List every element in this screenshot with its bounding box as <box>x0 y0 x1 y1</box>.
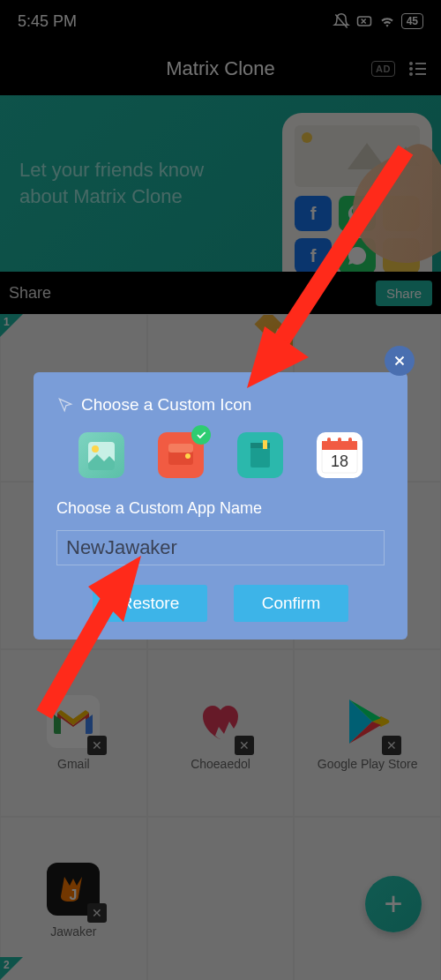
cursor-icon <box>56 396 74 414</box>
selected-check-icon <box>191 425 211 445</box>
wallet-icon <box>166 440 196 470</box>
svg-rect-18 <box>327 438 331 445</box>
icon-option-calendar[interactable]: 18 <box>317 432 363 478</box>
svg-line-21 <box>273 150 406 353</box>
svg-rect-19 <box>338 438 341 445</box>
notebook-icon <box>245 440 275 470</box>
svg-rect-11 <box>168 444 193 453</box>
svg-rect-20 <box>348 438 352 445</box>
icon-option-wallet[interactable] <box>158 432 204 478</box>
modal-subtitle: Choose a Custom App Name <box>56 499 385 518</box>
svg-rect-15 <box>263 440 267 449</box>
icon-option-notebook[interactable] <box>237 432 283 478</box>
icon-option-gallery[interactable] <box>78 432 124 478</box>
confirm-button[interactable]: Confirm <box>234 585 348 622</box>
calendar-day: 18 <box>331 453 348 471</box>
svg-point-9 <box>92 445 99 453</box>
svg-point-12 <box>185 453 191 459</box>
svg-marker-22 <box>247 326 309 388</box>
gallery-icon <box>86 440 116 470</box>
annotation-arrow-bottom <box>18 538 159 732</box>
modal-title: Choose a Custom Icon <box>56 395 385 415</box>
icon-options-row: 18 <box>56 432 385 478</box>
svg-line-23 <box>44 591 115 714</box>
annotation-arrow-top <box>220 132 423 397</box>
